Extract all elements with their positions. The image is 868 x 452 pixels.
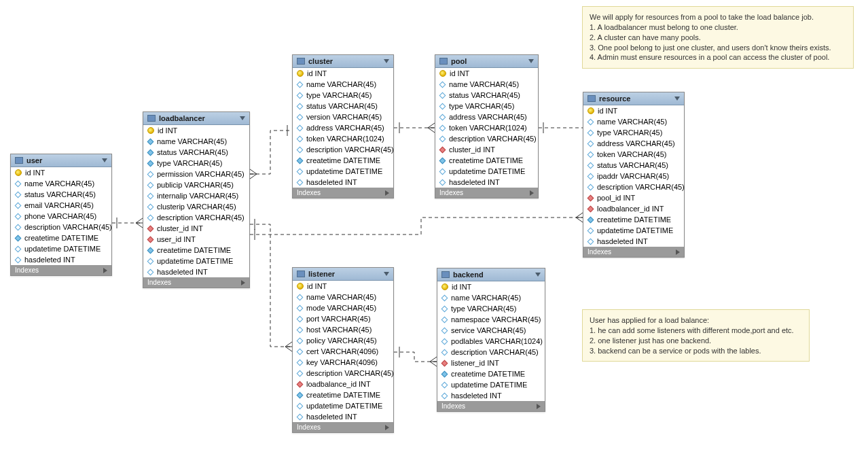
column-row[interactable]: loadbalance_id INT <box>293 379 393 389</box>
column-row[interactable]: updatetime DATETIME <box>437 379 545 390</box>
table-header[interactable]: backend <box>437 268 545 281</box>
indexes-section[interactable]: Indexes <box>435 188 538 198</box>
column-row[interactable]: updatetime DATETIME <box>435 166 538 177</box>
indexes-section[interactable]: Indexes <box>11 265 111 275</box>
column-row[interactable]: type VARCHAR(45) <box>435 101 538 111</box>
column-row[interactable]: status VARCHAR(45) <box>435 90 538 101</box>
column-row[interactable]: address VARCHAR(45) <box>293 122 393 133</box>
column-row[interactable]: createtime DATETIME <box>143 245 249 256</box>
chevron-down-icon[interactable] <box>240 116 245 120</box>
table-header[interactable]: loadbalancer <box>143 112 249 125</box>
column-row[interactable]: phone VARCHAR(45) <box>11 211 111 222</box>
column-row[interactable]: description VARCHAR(45) <box>437 347 545 358</box>
column-row[interactable]: hasdeleted INT <box>293 411 393 422</box>
column-row[interactable]: version VARCHAR(45) <box>293 111 393 122</box>
column-row[interactable]: updatetime DATETIME <box>293 166 393 177</box>
chevron-down-icon[interactable] <box>102 158 107 162</box>
table-header[interactable]: cluster <box>293 55 393 68</box>
column-row[interactable]: loadbalancer_id INT <box>583 203 684 214</box>
column-row[interactable]: token VARCHAR(1024) <box>293 133 393 144</box>
column-row[interactable]: podlables VARCHAR(1024) <box>437 336 545 347</box>
column-row[interactable]: updatetime DATETIME <box>583 225 684 236</box>
column-row[interactable]: name VARCHAR(45) <box>293 79 393 90</box>
column-row[interactable]: updatetime DATETIME <box>11 243 111 254</box>
column-row[interactable]: address VARCHAR(45) <box>583 138 684 149</box>
column-row[interactable]: updatetime DATETIME <box>143 256 249 266</box>
column-row[interactable]: description VARCHAR(45) <box>11 222 111 232</box>
column-row[interactable]: publicip VARCHAR(45) <box>143 179 249 190</box>
column-row[interactable]: id INT <box>293 68 393 79</box>
table-user[interactable]: user id INTname VARCHAR(45)status VARCHA… <box>10 154 112 276</box>
column-row[interactable]: ipaddr VARCHAR(45) <box>583 171 684 181</box>
chevron-down-icon[interactable] <box>535 273 541 277</box>
column-row[interactable]: type VARCHAR(45) <box>143 158 249 169</box>
table-resource[interactable]: resource id INTname VARCHAR(45)type VARC… <box>583 92 685 258</box>
column-row[interactable]: description VARCHAR(45) <box>293 368 393 379</box>
column-row[interactable]: policy VARCHAR(45) <box>293 335 393 346</box>
column-row[interactable]: createtime DATETIME <box>293 389 393 400</box>
column-row[interactable]: email VARCHAR(45) <box>11 200 111 211</box>
chevron-down-icon[interactable] <box>528 59 534 63</box>
table-loadbalancer[interactable]: loadbalancer id INTname VARCHAR(45)statu… <box>143 111 250 288</box>
column-row[interactable]: service VARCHAR(45) <box>437 325 545 336</box>
column-row[interactable]: hasdeleted INT <box>11 254 111 265</box>
column-row[interactable]: id INT <box>435 68 538 79</box>
column-row[interactable]: status VARCHAR(45) <box>143 147 249 158</box>
column-row[interactable]: description VARCHAR(45) <box>293 144 393 155</box>
column-row[interactable]: name VARCHAR(45) <box>583 116 684 127</box>
table-header[interactable]: resource <box>583 92 684 105</box>
column-row[interactable]: cluster_id INT <box>143 223 249 234</box>
column-row[interactable]: port VARCHAR(45) <box>293 313 393 324</box>
indexes-section[interactable]: Indexes <box>437 401 545 411</box>
column-row[interactable]: createtime DATETIME <box>435 155 538 166</box>
column-row[interactable]: hasdeleted INT <box>437 390 545 401</box>
column-row[interactable]: createtime DATETIME <box>583 214 684 225</box>
table-backend[interactable]: backend id INTname VARCHAR(45)type VARCH… <box>437 268 545 412</box>
column-row[interactable]: name VARCHAR(45) <box>435 79 538 90</box>
column-row[interactable]: name VARCHAR(45) <box>437 292 545 303</box>
column-row[interactable]: cert VARCHAR(4096) <box>293 346 393 357</box>
table-listener[interactable]: listener id INTname VARCHAR(45)mode VARC… <box>292 267 394 433</box>
table-header[interactable]: pool <box>435 55 538 68</box>
table-header[interactable]: listener <box>293 268 393 281</box>
column-row[interactable]: hasdeleted INT <box>293 177 393 188</box>
column-row[interactable]: name VARCHAR(45) <box>143 136 249 147</box>
column-row[interactable]: name VARCHAR(45) <box>11 178 111 189</box>
indexes-section[interactable]: Indexes <box>293 422 393 432</box>
column-row[interactable]: pool_id INT <box>583 192 684 203</box>
column-row[interactable]: id INT <box>293 281 393 292</box>
column-row[interactable]: id INT <box>143 125 249 136</box>
column-row[interactable]: internalip VARCHAR(45) <box>143 190 249 201</box>
column-row[interactable]: namespace VARCHAR(45) <box>437 314 545 325</box>
chevron-down-icon[interactable] <box>674 97 680 101</box>
column-row[interactable]: createtime DATETIME <box>11 232 111 243</box>
column-row[interactable]: user_id INT <box>143 234 249 245</box>
column-row[interactable]: cluster_id INT <box>435 144 538 155</box>
table-header[interactable]: user <box>11 154 111 167</box>
column-row[interactable]: id INT <box>437 281 545 292</box>
indexes-section[interactable]: Indexes <box>583 247 684 257</box>
column-row[interactable]: token VARCHAR(1024) <box>435 122 538 133</box>
table-cluster[interactable]: cluster id INTname VARCHAR(45)type VARCH… <box>292 54 394 198</box>
column-row[interactable]: address VARCHAR(45) <box>435 111 538 122</box>
column-row[interactable]: status VARCHAR(45) <box>11 189 111 200</box>
column-row[interactable]: description VARCHAR(45) <box>583 181 684 192</box>
column-row[interactable]: listener_id INT <box>437 358 545 368</box>
column-row[interactable]: hasdeleted INT <box>435 177 538 188</box>
chevron-down-icon[interactable] <box>384 59 389 63</box>
table-pool[interactable]: pool id INTname VARCHAR(45)status VARCHA… <box>435 54 539 198</box>
indexes-section[interactable]: Indexes <box>293 188 393 198</box>
column-row[interactable]: createtime DATETIME <box>293 155 393 166</box>
column-row[interactable]: mode VARCHAR(45) <box>293 302 393 313</box>
column-row[interactable]: type VARCHAR(45) <box>293 90 393 101</box>
column-row[interactable]: token VARCHAR(45) <box>583 149 684 160</box>
indexes-section[interactable]: Indexes <box>143 277 249 288</box>
chevron-down-icon[interactable] <box>384 272 389 276</box>
column-row[interactable]: key VARCHAR(4096) <box>293 357 393 368</box>
column-row[interactable]: createtime DATETIME <box>437 368 545 379</box>
column-row[interactable]: status VARCHAR(45) <box>293 101 393 111</box>
column-row[interactable]: type VARCHAR(45) <box>437 303 545 314</box>
column-row[interactable]: permission VARCHAR(45) <box>143 169 249 179</box>
column-row[interactable]: description VARCHAR(45) <box>435 133 538 144</box>
column-row[interactable]: id INT <box>583 105 684 116</box>
